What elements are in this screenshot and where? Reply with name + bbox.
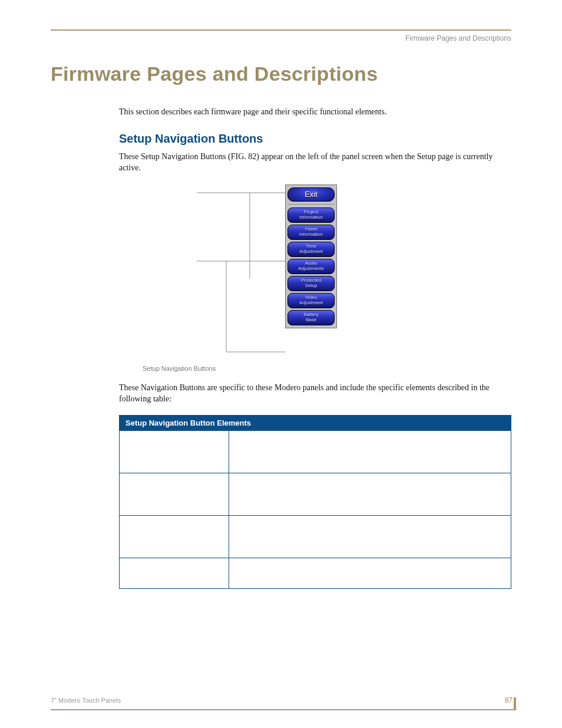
page: Firmware Pages and Descriptions Firmware… xyxy=(0,0,562,728)
page-title: Firmware Pages and Descriptions xyxy=(51,62,511,85)
nav-button-label: Panel Information xyxy=(299,227,323,237)
table-row xyxy=(120,516,511,558)
nav-button-battery-base[interactable]: Battery Base xyxy=(287,310,335,325)
callout-lines xyxy=(197,185,285,355)
footer-rule xyxy=(51,709,516,710)
nav-button-label: Audio Adjustments xyxy=(298,261,324,271)
footer-tab xyxy=(514,697,516,709)
table-header-row: Setup Navigation Button Elements xyxy=(120,416,511,431)
nav-button-video-adjustment[interactable]: Video Adjustment xyxy=(287,293,335,308)
footer: 7" Modero Touch Panels 87 xyxy=(51,696,516,704)
nav-divider xyxy=(287,204,335,205)
nav-button-label: Protected Setup xyxy=(301,278,321,288)
nav-button-panel-information[interactable]: Panel Information xyxy=(287,225,335,240)
footer-left: 7" Modero Touch Panels xyxy=(51,697,121,704)
nav-button-project-information[interactable]: Project Information xyxy=(287,207,335,223)
body-block: This section describes each firmware pag… xyxy=(119,107,511,589)
nav-button-label: Video Adjustment xyxy=(299,295,323,305)
table-row xyxy=(120,473,511,516)
figure-caption: Setup Navigation Buttons xyxy=(143,365,511,372)
top-rule xyxy=(51,29,511,31)
table-cell xyxy=(120,516,229,558)
table-cell xyxy=(229,431,511,473)
intro-paragraph: This section describes each firmware pag… xyxy=(119,107,511,118)
table-cell xyxy=(229,558,511,589)
table-row xyxy=(120,431,511,473)
table-row xyxy=(120,558,511,589)
section-paragraph-2: These Navigation Buttons are specific to… xyxy=(119,383,511,405)
table-cell xyxy=(229,473,511,516)
table-cell xyxy=(120,473,229,516)
nav-button-time-adjustment[interactable]: Time Adjustment xyxy=(287,242,335,257)
section-paragraph-1: These Setup Navigation Buttons (FIG. 82)… xyxy=(119,151,511,174)
section-heading: Setup Navigation Buttons xyxy=(119,132,511,146)
running-head: Firmware Pages and Descriptions xyxy=(51,34,511,42)
nav-button-label: Project Information xyxy=(299,210,323,220)
elements-table: Setup Navigation Button Elements xyxy=(119,415,511,589)
nav-panel: Exit Project Information Panel Informati… xyxy=(285,185,337,328)
table-cell xyxy=(229,516,511,558)
nav-button-label: Battery Base xyxy=(303,312,318,322)
table-cell xyxy=(120,431,229,473)
nav-button-audio-adjustments[interactable]: Audio Adjustments xyxy=(287,259,335,274)
table-header: Setup Navigation Button Elements xyxy=(120,416,511,431)
exit-button[interactable]: Exit xyxy=(287,187,335,202)
figure: Exit Project Information Panel Informati… xyxy=(119,185,511,361)
nav-button-protected-setup[interactable]: Protected Setup xyxy=(287,276,335,291)
nav-button-label: Time Adjustment xyxy=(299,244,323,254)
table-cell xyxy=(120,558,229,589)
